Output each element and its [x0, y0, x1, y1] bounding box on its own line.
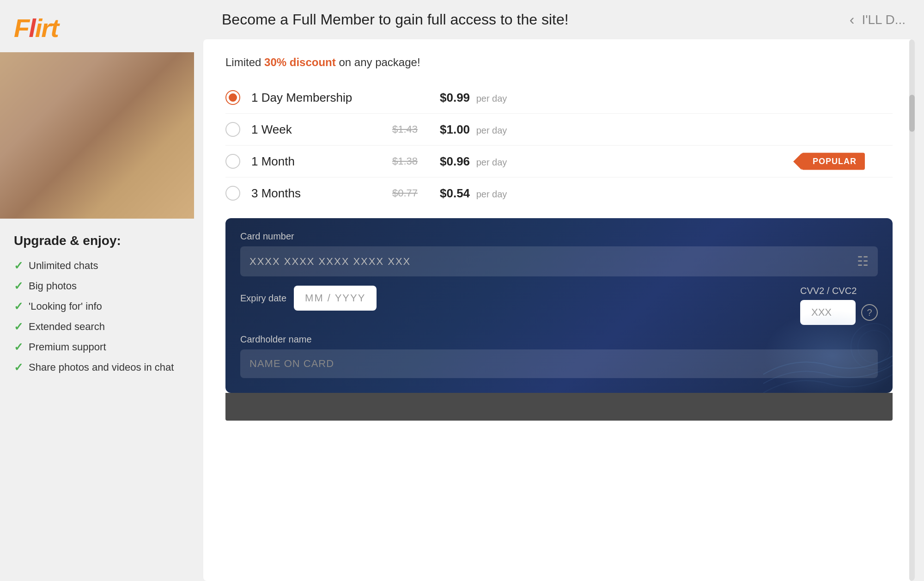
avatar-area — [0, 52, 194, 219]
feature-label: Premium support — [29, 341, 106, 353]
scrollbar-thumb[interactable] — [909, 95, 915, 132]
radio-btn[interactable] — [225, 122, 240, 137]
plan-row[interactable]: 1 Day Membership $0.99 per day — [225, 82, 893, 114]
header: Become a Full Member to gain full access… — [194, 0, 924, 39]
check-icon: ✓ — [14, 320, 23, 333]
discount-banner: Limited 30% discount on any package! — [225, 56, 893, 69]
cardholder-input[interactable]: NAME ON CARD — [240, 349, 878, 378]
card-number-field[interactable]: XXXX XXXX XXXX XXXX XXX ☷ — [240, 246, 878, 276]
plan-row[interactable]: 3 Months $0.77 $0.54 per day — [225, 177, 893, 209]
cvv-input[interactable]: XXX — [800, 300, 856, 325]
plan-name: 1 Week — [251, 122, 362, 137]
check-icon: ✓ — [14, 280, 23, 293]
plan-name: 1 Month — [251, 154, 362, 169]
check-icon: ✓ — [14, 341, 23, 354]
popular-badge: POPULAR — [802, 153, 865, 170]
plan-original-price: $1.38 — [362, 155, 418, 167]
scrollbar-track[interactable] — [909, 39, 915, 581]
plan-name: 3 Months — [251, 186, 362, 201]
feature-label: 'Looking for' info — [29, 300, 102, 312]
expiry-section: Expiry date MM / YYYY — [240, 286, 785, 311]
plan-price: $0.54 per day — [440, 186, 507, 201]
svg-point-0 — [851, 324, 893, 370]
card-form: Card number XXXX XXXX XXXX XXXX XXX ☷ Ex… — [225, 218, 893, 393]
cvv-label: CVV2 / CVC2 — [800, 286, 878, 296]
discount-highlight: 30% discount — [264, 56, 336, 68]
sidebar: Flirt Upgrade & enjoy: ✓Unlimited chats✓… — [0, 0, 194, 581]
plan-per-day: per day — [474, 93, 507, 104]
dark-overlay — [225, 393, 893, 421]
plan-price: $0.99 per day — [440, 91, 507, 105]
check-icon: ✓ — [14, 259, 23, 272]
discount-prefix: Limited — [225, 56, 261, 68]
card-decoration — [763, 319, 893, 393]
upgrade-title: Upgrade & enjoy: — [14, 233, 180, 248]
plan-price: $1.00 per day — [440, 122, 507, 137]
radio-btn[interactable] — [225, 186, 240, 201]
later-button[interactable]: I'LL D... — [862, 12, 906, 27]
logo-area: Flirt — [0, 0, 194, 52]
feature-item: ✓Premium support — [14, 341, 180, 354]
feature-list: ✓Unlimited chats✓Big photos✓'Looking for… — [14, 259, 180, 374]
plan-original-price: $0.77 — [362, 187, 418, 199]
membership-panel: Limited 30% discount on any package! 1 D… — [203, 39, 915, 581]
main-content: Become a Full Member to gain full access… — [194, 0, 924, 581]
check-icon: ✓ — [14, 300, 23, 313]
discount-suffix: on any package! — [339, 56, 420, 68]
feature-label: Extended search — [29, 321, 105, 333]
feature-item: ✓Big photos — [14, 280, 180, 293]
radio-btn[interactable] — [225, 154, 240, 169]
cardholder-section: Cardholder name NAME ON CARD — [240, 334, 878, 378]
feature-item: ✓'Looking for' info — [14, 300, 180, 313]
cvv-row: XXX ? — [800, 300, 878, 325]
expiry-label: Expiry date — [240, 293, 286, 304]
card-number-placeholder: XXXX XXXX XXXX XXXX XXX — [249, 256, 857, 268]
feature-item: ✓Unlimited chats — [14, 259, 180, 272]
logo[interactable]: Flirt — [14, 13, 180, 43]
plan-per-day: per day — [474, 125, 507, 135]
feature-item: ✓Extended search — [14, 320, 180, 333]
cardholder-label: Cardholder name — [240, 334, 878, 345]
cvv-help-icon[interactable]: ? — [861, 304, 878, 321]
plan-per-day: per day — [474, 157, 507, 167]
plan-original-price: $1.43 — [362, 123, 418, 135]
svg-point-1 — [858, 330, 890, 363]
feature-item: ✓Share photos and videos in chat — [14, 361, 180, 374]
plan-per-day: per day — [474, 189, 507, 199]
feature-label: Share photos and videos in chat — [29, 361, 174, 373]
cvv-section: CVV2 / CVC2 XXX ? — [800, 286, 878, 325]
back-button[interactable]: ‹ — [850, 11, 855, 28]
feature-label: Big photos — [29, 280, 77, 292]
plan-name: 1 Day Membership — [251, 91, 362, 105]
expiry-input[interactable]: MM / YYYY — [294, 286, 377, 311]
header-right: ‹ I'LL D... — [850, 11, 906, 28]
radio-btn[interactable] — [225, 90, 240, 105]
plan-options: 1 Day Membership $0.99 per day 1 Week $1… — [225, 82, 893, 209]
plan-row[interactable]: 1 Week $1.43 $1.00 per day — [225, 114, 893, 146]
check-icon: ✓ — [14, 361, 23, 374]
plan-row[interactable]: 1 Month $1.38 $0.96 per day POPULAR — [225, 146, 893, 177]
plan-price: $0.96 per day — [440, 154, 507, 169]
feature-label: Unlimited chats — [29, 260, 98, 272]
card-number-label: Card number — [240, 231, 878, 242]
avatar — [0, 52, 194, 219]
page-title: Become a Full Member to gain full access… — [222, 11, 569, 28]
upgrade-section: Upgrade & enjoy: ✓Unlimited chats✓Big ph… — [0, 219, 194, 374]
card-icon: ☷ — [857, 254, 869, 269]
